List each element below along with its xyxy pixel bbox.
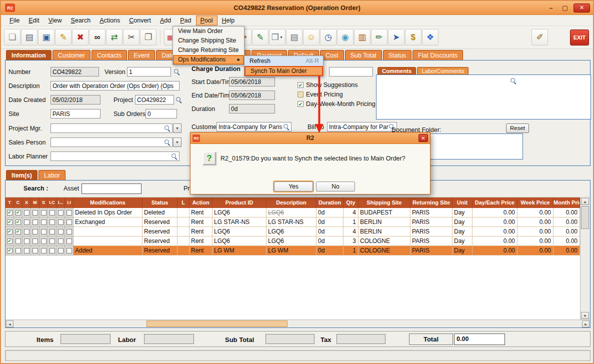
comments-tab[interactable]: Comments bbox=[378, 67, 416, 74]
row-checkbox-cell[interactable] bbox=[31, 236, 40, 246]
note-edit-icon[interactable]: ✎ bbox=[252, 29, 268, 46]
row-checkbox-cell[interactable] bbox=[31, 208, 40, 218]
project-mgr-field[interactable] bbox=[50, 124, 172, 133]
menu-item[interactable]: Edit bbox=[24, 16, 44, 26]
main-tab[interactable]: Information bbox=[6, 50, 52, 60]
main-tab[interactable]: Flat Discounts bbox=[412, 50, 463, 60]
comments-tab[interactable]: LaborComments bbox=[417, 67, 468, 74]
horizontal-scrollbar[interactable] bbox=[6, 320, 590, 328]
exit-button[interactable]: EXIT bbox=[570, 30, 589, 46]
row-checkbox-cell[interactable] bbox=[22, 246, 31, 256]
row-checkbox-cell[interactable] bbox=[65, 208, 74, 218]
copies-icon[interactable]: ❒ bbox=[269, 29, 286, 46]
menu-item[interactable]: View bbox=[44, 16, 66, 26]
cubes-icon[interactable]: ❖ bbox=[422, 29, 438, 46]
convert-icon[interactable]: ⇄ bbox=[106, 29, 122, 46]
row-checkbox-cell[interactable] bbox=[6, 236, 14, 246]
version-search-icon[interactable] bbox=[173, 68, 180, 76]
row-checkbox-cell[interactable] bbox=[14, 227, 22, 236]
row-checkbox-cell[interactable] bbox=[56, 227, 65, 236]
project-search-icon[interactable] bbox=[175, 96, 182, 104]
minimize-button[interactable] bbox=[546, 4, 556, 12]
scroll-right-icon[interactable] bbox=[582, 320, 590, 328]
fax-printer-icon[interactable]: ▤ bbox=[286, 29, 302, 46]
pool-menu-item[interactable]: View Main Order bbox=[173, 26, 244, 36]
close-button[interactable] bbox=[574, 4, 590, 12]
row-checkbox-cell[interactable] bbox=[6, 208, 14, 218]
no-button[interactable]: No bbox=[316, 182, 355, 192]
sub-orders-field[interactable] bbox=[146, 109, 177, 118]
number-field[interactable] bbox=[50, 67, 99, 76]
save-icon[interactable]: ▣ bbox=[38, 29, 54, 46]
row-checkbox-cell[interactable] bbox=[31, 218, 40, 227]
row-checkbox-cell[interactable] bbox=[22, 218, 31, 227]
menu-item[interactable]: Add bbox=[156, 16, 176, 26]
unlabeled-field[interactable] bbox=[329, 67, 373, 76]
column-header[interactable]: L bbox=[178, 198, 190, 208]
project-field[interactable] bbox=[135, 95, 174, 104]
comments-box[interactable] bbox=[376, 74, 591, 120]
row-checkbox-cell[interactable] bbox=[48, 218, 56, 227]
row-checkbox-cell[interactable] bbox=[14, 236, 22, 246]
duration-field[interactable] bbox=[229, 104, 275, 114]
row-checkbox-cell[interactable] bbox=[22, 236, 31, 246]
row-checkbox-cell[interactable] bbox=[65, 218, 74, 227]
bill-to-field[interactable] bbox=[327, 122, 397, 132]
column-header[interactable]: Product ID bbox=[212, 198, 266, 208]
start-date-field[interactable] bbox=[229, 77, 275, 86]
row-checkbox-cell[interactable] bbox=[65, 227, 74, 236]
row-checkbox-cell[interactable] bbox=[56, 246, 65, 256]
pricing-checkbox-item[interactable]: Show Suggestions bbox=[298, 82, 358, 88]
table-row[interactable]: ReservedRentLGQ6LGQ60d3COLOGNEPARISDay0.… bbox=[6, 236, 580, 246]
send-icon[interactable]: ➤ bbox=[388, 29, 404, 46]
delete-icon[interactable]: ✖ bbox=[72, 29, 88, 46]
project-mgr-dropdown[interactable] bbox=[173, 124, 182, 133]
pricing-checkbox-item[interactable]: Event Pricing bbox=[298, 91, 343, 98]
menu-item[interactable]: Pad bbox=[176, 16, 196, 26]
row-checkbox-cell[interactable] bbox=[48, 227, 56, 236]
column-header[interactable]: Returning Site bbox=[410, 198, 452, 208]
table-row[interactable]: Deleted In Ops OrderDeletedRentLGQ6LGQ60… bbox=[6, 208, 580, 218]
scroll-down-icon[interactable] bbox=[581, 312, 589, 319]
sales-person-dropdown[interactable] bbox=[173, 138, 182, 147]
row-checkbox-cell[interactable] bbox=[14, 208, 22, 218]
row-checkbox-cell[interactable] bbox=[40, 208, 48, 218]
customer-search-icon[interactable] bbox=[282, 123, 290, 130]
row-checkbox-cell[interactable] bbox=[22, 208, 31, 218]
row-checkbox-cell[interactable] bbox=[56, 208, 65, 218]
main-tab[interactable]: Sub Total bbox=[345, 50, 382, 60]
row-checkbox-cell[interactable] bbox=[56, 236, 65, 246]
column-header[interactable]: Modifications bbox=[74, 198, 142, 208]
row-checkbox-cell[interactable] bbox=[65, 236, 74, 246]
main-tab[interactable]: Cost bbox=[320, 50, 344, 60]
sales-person-search-icon[interactable] bbox=[164, 138, 171, 146]
items-tab[interactable]: Labor bbox=[38, 170, 66, 180]
row-checkbox-cell[interactable] bbox=[22, 227, 31, 236]
column-header[interactable]: Day/Each Price bbox=[472, 198, 518, 208]
menu-item[interactable]: File bbox=[5, 16, 24, 26]
labor-planner-search-icon[interactable] bbox=[170, 152, 178, 160]
cut-icon[interactable]: ✂ bbox=[123, 29, 140, 46]
column-header[interactable]: Week Price bbox=[518, 198, 554, 208]
column-header[interactable]: Shipping Site bbox=[358, 198, 410, 208]
column-header[interactable]: Description bbox=[266, 198, 316, 208]
disk-icon[interactable]: ◉ bbox=[337, 29, 354, 46]
row-checkbox-cell[interactable] bbox=[48, 246, 56, 256]
table-row[interactable]: ExchangedReservedRentLG STAR-NSLG STAR-N… bbox=[6, 218, 580, 227]
scroll-up-icon[interactable] bbox=[581, 198, 589, 205]
money-icon[interactable]: $ bbox=[405, 29, 422, 46]
wand-icon[interactable]: ✐ bbox=[532, 29, 548, 46]
table-row[interactable]: ReservedRentLGQ6LGQ60d4BERLINPARISDay0.0… bbox=[6, 227, 580, 236]
row-checkbox-cell[interactable] bbox=[14, 246, 22, 256]
binoculars-icon[interactable]: ∞ bbox=[89, 29, 106, 46]
column-header[interactable]: Status bbox=[142, 198, 178, 208]
pool-menu-item[interactable]: Change Shipping Site bbox=[173, 36, 244, 46]
row-checkbox-cell[interactable] bbox=[6, 227, 14, 236]
submenu-item[interactable]: Synch To Main Order bbox=[244, 66, 323, 76]
pool-menu-item[interactable]: Change Returning Site bbox=[173, 46, 244, 55]
asset-search-input[interactable] bbox=[82, 184, 142, 194]
column-header[interactable]: Unit bbox=[452, 198, 472, 208]
main-tab[interactable]: Contacts bbox=[92, 50, 127, 60]
submenu-item[interactable]: Refresh Alt-R bbox=[244, 56, 323, 66]
row-checkbox-cell[interactable] bbox=[31, 227, 40, 236]
